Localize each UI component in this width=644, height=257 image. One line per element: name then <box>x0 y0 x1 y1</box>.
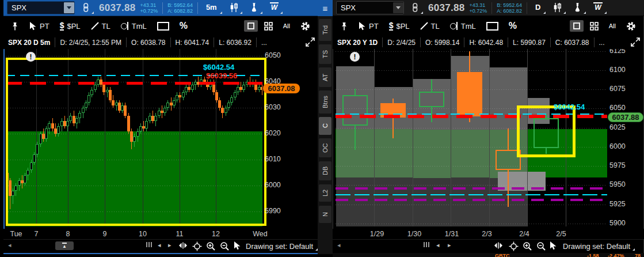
link-charts-button[interactable] <box>409 2 424 14</box>
header-more[interactable]: ... <box>595 37 609 47</box>
zoom-out-icon[interactable] <box>536 241 546 251</box>
chart-area[interactable]: ! $6042.54 $6039.56 6037.08 605060406030… <box>3 49 318 229</box>
active-chart-cell-button[interactable] <box>570 20 584 32</box>
timeframe-button[interactable]: D <box>532 1 546 14</box>
fit-width-icon[interactable] <box>178 241 188 250</box>
cursor-icon[interactable] <box>550 241 557 250</box>
patterns-button[interactable]: W <box>591 1 607 14</box>
trendline-tool-button[interactable]: TL <box>87 20 115 33</box>
step-back-icon[interactable]: ◂ <box>436 241 440 249</box>
rectangle-tool-button[interactable] <box>153 20 173 33</box>
pointer-tool-button[interactable]: PT <box>25 20 54 33</box>
zoom-in-icon[interactable] <box>523 241 532 251</box>
x-tick: Wed <box>253 230 267 238</box>
price-axis[interactable]: 6125610060756050602560005975595059255900 <box>609 49 644 229</box>
header-more[interactable]: ... <box>257 37 272 47</box>
trendline-tool-button[interactable]: TL <box>416 20 444 33</box>
profit-loss-tool-button[interactable]: $$PL <box>385 20 414 33</box>
cursor-icon[interactable] <box>234 241 241 250</box>
sidebar-tab-db[interactable]: DB <box>319 161 331 180</box>
link-charts-button[interactable] <box>79 2 94 14</box>
timeframe-button[interactable]: 5m <box>203 1 223 14</box>
timeline-tool-button[interactable]: TmL <box>117 20 151 33</box>
pattern-icon: W <box>270 2 279 12</box>
step-forward-icon[interactable]: ▸ <box>168 241 172 249</box>
sidebar-tab-c[interactable]: C <box>319 117 331 135</box>
expand-panel-button[interactable]: ▲ <box>55 241 74 250</box>
rectangle-icon <box>157 22 169 31</box>
scroll-left-icon[interactable]: ◂ <box>337 241 341 249</box>
sidebar-tab-btns[interactable]: Btns <box>319 90 331 114</box>
last-price: 6037.88 <box>99 2 136 14</box>
link-icon <box>82 3 90 12</box>
settings-button[interactable] <box>296 19 314 33</box>
trendline-icon <box>420 22 428 30</box>
symbol-dropdown-button[interactable] <box>393 2 403 13</box>
zoom-in-icon[interactable] <box>206 241 216 251</box>
drawing-rectangle[interactable] <box>6 58 266 226</box>
y-tick: 6050 <box>265 51 281 59</box>
ask-value: A: 6082.82 <box>497 8 522 14</box>
price-axis[interactable]: 6050604060306020601060005990 <box>265 49 317 229</box>
pointer-tool-button[interactable]: PT <box>355 20 383 33</box>
timeline-tool-button[interactable]: TmL <box>446 20 480 33</box>
sidebar-tab-l2[interactable]: L2 <box>319 184 331 202</box>
scroll-left-icon[interactable]: ◂ <box>8 241 12 249</box>
step-forward-icon[interactable]: ▸ <box>448 241 451 249</box>
sidebar-tab-ts[interactable]: TS <box>319 44 331 64</box>
crosshair-icon[interactable] <box>192 241 202 251</box>
percent-tool-button[interactable]: % <box>176 18 192 33</box>
change-percent: +0.72% <box>470 8 487 14</box>
zoom-out-icon[interactable] <box>220 241 230 251</box>
drawing-rectangle[interactable] <box>517 105 576 157</box>
rectangle-tool-button[interactable] <box>482 20 502 33</box>
settings-button[interactable] <box>622 19 640 33</box>
fit-width-icon[interactable] <box>494 241 503 250</box>
time-axis[interactable]: 1/291/301/312/32/42/5 <box>333 229 644 239</box>
time-axis[interactable]: Tue789101112Wed <box>3 229 318 239</box>
chart-style-button[interactable] <box>551 2 566 14</box>
candle-wick <box>393 118 394 138</box>
step-back-icon[interactable]: ◂ <box>158 241 161 249</box>
warning-icon[interactable]: ! <box>350 52 360 62</box>
y-tick: 6030 <box>265 103 281 111</box>
studies-button[interactable] <box>571 2 586 14</box>
pin-button[interactable] <box>336 20 352 33</box>
active-chart-cell-button[interactable] <box>244 20 258 32</box>
chart-maximize-button[interactable] <box>630 37 641 47</box>
menu-icon[interactable]: ≡ <box>318 0 333 16</box>
warning-icon[interactable]: ! <box>26 52 36 62</box>
symbol-input[interactable]: SPX <box>336 1 404 14</box>
crosshair-icon[interactable] <box>509 241 519 251</box>
grip-icon[interactable] <box>424 241 430 248</box>
candle <box>457 72 482 116</box>
sidebar-tab-n[interactable]: N <box>319 206 331 223</box>
percent-tool-button[interactable]: % <box>505 18 521 33</box>
chart-area[interactable]: ! $6042.54 $5945.59 $5937.52 $5930.75 60… <box>333 49 644 229</box>
profit-loss-tool-button[interactable]: $$PL <box>56 20 85 33</box>
symbol-input[interactable]: SPX <box>7 1 75 14</box>
studies-button[interactable] <box>247 2 263 14</box>
header-open: O: 5998.14 <box>421 37 464 47</box>
symbol-dropdown-button[interactable] <box>64 2 74 13</box>
rectangle-icon <box>486 22 498 31</box>
gear-icon <box>626 21 636 31</box>
chart-maximize-button[interactable] <box>304 37 316 47</box>
sidebar-tab-oc[interactable]: OC <box>319 138 331 157</box>
sidebar-tab-trd[interactable]: Trd <box>319 19 331 41</box>
all-charts-button[interactable]: All <box>279 20 294 32</box>
time-level-icon <box>121 22 129 30</box>
pin-button[interactable] <box>7 20 23 33</box>
change-percent: +0.72% <box>140 8 158 14</box>
grid-layout-button[interactable] <box>586 20 603 33</box>
grid-layout-button[interactable] <box>260 20 277 33</box>
drawing-set-selector[interactable]: Drawing set: Default <box>246 242 313 251</box>
chart-style-button[interactable] <box>227 2 243 14</box>
all-charts-button[interactable]: All <box>605 20 620 32</box>
grip-icon[interactable] <box>146 241 153 248</box>
y-tick: 5900 <box>609 219 626 227</box>
sidebar-tab-at[interactable]: AT <box>319 67 331 87</box>
drawing-set-selector[interactable]: Drawing set: Default <box>563 242 630 251</box>
patterns-button[interactable]: W <box>268 1 283 14</box>
trading-platform-screen: SPX 6037.88 +43.31 +0.72% B: 5952.64 A: … <box>0 0 644 257</box>
